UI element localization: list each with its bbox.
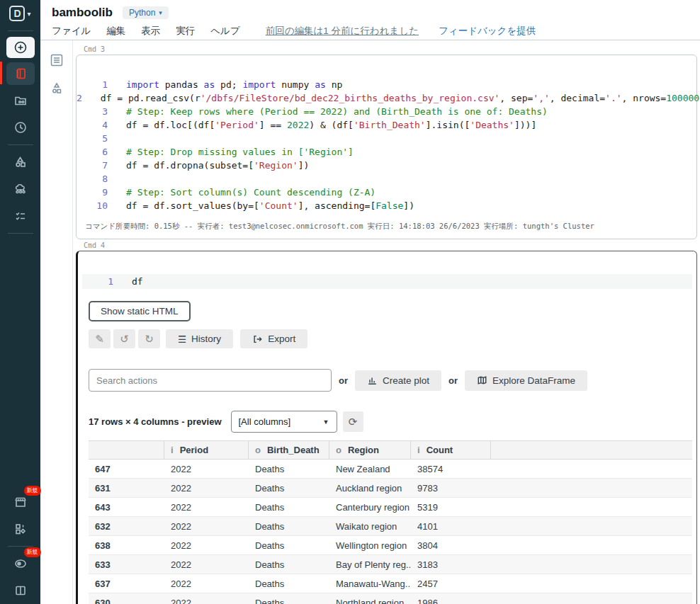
history-icon: ☰ [178, 334, 186, 345]
code-line[interactable]: 5 [77, 132, 696, 145]
redo-button[interactable]: ↻ [138, 329, 160, 348]
menu-item[interactable]: ファイル [52, 25, 91, 36]
menu-bar: ファイル編集表示実行ヘルプ 前回の編集は1 分前に行われました フィードバックを… [52, 25, 700, 38]
sidebar-item-new[interactable] [6, 37, 35, 58]
table-cell: Deaths [249, 460, 329, 478]
history-button[interactable]: ☰ History [166, 329, 233, 348]
column-header-filler [491, 441, 692, 459]
cmd3-code-editor[interactable]: 1import pandas as pd; import numpy as np… [77, 78, 696, 212]
table-cell-filler [491, 536, 692, 554]
code-text: # Step: Keep rows where (Period == 2022)… [126, 105, 548, 118]
line-number: 1 [77, 78, 108, 91]
sidebar-item-panel-layout[interactable] [6, 579, 35, 602]
cmd3-label: Cmd 3 [84, 45, 699, 53]
row-index-cell: 631 [89, 479, 164, 497]
row-index-cell: 633 [89, 555, 164, 574]
sidebar-item-compute[interactable] [6, 178, 35, 200]
sidebar-item-data[interactable] [6, 151, 35, 173]
menu-item[interactable]: 編集 [106, 25, 125, 36]
show-static-html-button[interactable]: Show static HTML [89, 301, 191, 321]
last-edit-link[interactable]: 前回の編集は1 分前に行われました [266, 25, 419, 38]
table-cell: 2022 [164, 574, 249, 593]
sidebar-item-partner-connect[interactable] [6, 518, 35, 540]
column-header[interactable]: oRegion [329, 441, 411, 459]
line-number: 5 [77, 132, 108, 145]
code-text: import pandas as pd; import numpy as np [126, 78, 342, 91]
columns-dropdown-value: [All columns] [239, 416, 291, 427]
explore-dataframe-button[interactable]: Explore DataFrame [465, 370, 587, 391]
split-panel-icon [13, 583, 28, 598]
menu-item[interactable]: 実行 [176, 25, 195, 36]
sidebar-item-preview-toggle[interactable]: 新規 [6, 552, 35, 575]
columns-dropdown[interactable]: [All columns] ▼ [231, 411, 337, 433]
create-plot-label: Create plot [383, 375, 429, 386]
code-line[interactable]: 7df = df.dropna(subset=['Region']) [77, 159, 696, 172]
sidebar-item-recents[interactable] [6, 116, 35, 139]
dataframe-preview-table[interactable]: iPeriodoBirth_DeathoRegioniCount 6472022… [89, 440, 692, 604]
table-cell: 38574 [411, 460, 491, 478]
new-badge: 新規 [24, 486, 41, 496]
checklist-icon [13, 209, 28, 223]
column-header[interactable] [89, 441, 164, 459]
table-cell: Deaths [249, 593, 329, 604]
repo-folder-icon [13, 93, 28, 108]
table-cell: Deaths [249, 517, 329, 535]
code-text: df = df.dropna(subset=['Region']) [126, 159, 309, 172]
table-cell: 2022 [164, 536, 249, 554]
line-number: 3 [77, 105, 108, 118]
cmd3-run-status: コマンド所要時間: 0.15秒 -- 実行者: test3@nelcosec.o… [85, 222, 696, 232]
menu-item[interactable]: 表示 [141, 25, 160, 36]
table-row: 6302022DeathsNorthland region1986 [89, 593, 692, 604]
create-plot-button[interactable]: Create plot [355, 370, 441, 391]
line-number: 4 [77, 118, 108, 132]
code-line[interactable]: 2df = pd.read_csv(r'/dbfs/FileStore/bd_d… [77, 91, 696, 105]
table-cell: Northland region [329, 593, 411, 604]
databricks-notebook-window: D ▾ [0, 0, 700, 604]
export-button[interactable]: Export [240, 329, 307, 348]
line-number: 8 [77, 172, 108, 186]
code-line[interactable]: 3# Step: Keep rows where (Period == 2022… [77, 105, 696, 118]
search-actions-input[interactable] [89, 369, 332, 392]
sidebar-item-repos[interactable] [6, 89, 35, 112]
table-cell: 1986 [411, 593, 491, 604]
code-line[interactable]: 1import pandas as pd; import numpy as np [77, 78, 696, 91]
column-header[interactable]: iPeriod [164, 441, 249, 459]
sidebar-item-marketplace[interactable]: 新規 [6, 491, 35, 513]
code-line[interactable]: 1df [82, 275, 692, 288]
cmd4-code-editor[interactable]: 1df [82, 274, 692, 289]
clock-icon [13, 120, 28, 135]
feedback-link[interactable]: フィードバックを提供 [439, 25, 536, 38]
menu-items: ファイル編集表示実行ヘルプ [52, 25, 256, 38]
code-line[interactable]: 9# Step: Sort column(s) Count descending… [77, 186, 696, 199]
dtype-badge: i [417, 445, 420, 455]
table-header-row: iPeriodoBirth_DeathoRegioniCount [89, 440, 692, 460]
code-line[interactable]: 8 [77, 172, 696, 186]
databricks-logo-menu[interactable]: D ▾ [9, 6, 30, 21]
column-header[interactable]: oBirth_Death [249, 441, 329, 459]
schema-browser-button[interactable] [47, 79, 67, 98]
table-of-contents-button[interactable] [47, 50, 67, 70]
code-line[interactable]: 10df = df.sort_values(by=['Count'], asce… [77, 199, 696, 212]
language-selector[interactable]: Python ▾ [123, 6, 169, 19]
or-label: or [339, 375, 348, 386]
sidebar-item-workspace[interactable] [6, 62, 35, 85]
edit-code-button[interactable]: ✎ [89, 329, 111, 348]
preview-row: 17 rows × 4 columns - preview [All colum… [89, 411, 696, 433]
code-line[interactable]: 6# Step: Drop missing values in ['Region… [77, 145, 696, 159]
table-cell: Manawatu-Wang... [329, 574, 411, 593]
line-number: 1 [82, 275, 113, 288]
table-cell-filler [491, 593, 692, 604]
undo-button[interactable]: ↺ [113, 329, 135, 348]
sidebar-item-workflows[interactable] [6, 205, 35, 227]
divider [8, 144, 33, 145]
row-index-cell: 638 [89, 536, 164, 554]
table-body: 6472022DeathsNew Zealand385746312022Deat… [89, 460, 692, 604]
table-cell-filler [491, 479, 692, 497]
table-cell: Wellington region [329, 536, 411, 554]
dtype-badge: o [336, 445, 341, 455]
refresh-button[interactable]: ⟳ [343, 411, 363, 432]
code-line[interactable]: 4df = df.loc[(df['Period'] == 2022) & (d… [77, 118, 696, 132]
menu-item[interactable]: ヘルプ [210, 25, 239, 36]
column-header[interactable]: iCount [411, 441, 491, 459]
table-cell: 3804 [411, 536, 491, 554]
